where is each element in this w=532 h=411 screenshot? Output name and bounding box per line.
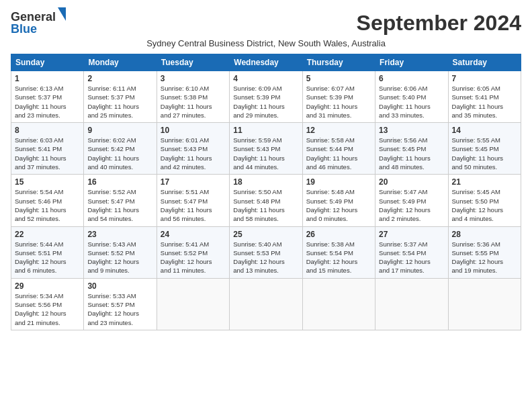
calendar-day-cell: 7Sunrise: 6:05 AM Sunset: 5:41 PM Daylig… (448, 71, 521, 123)
day-of-week-header: Thursday (302, 54, 375, 71)
calendar-week-row: 22Sunrise: 5:44 AM Sunset: 5:51 PM Dayli… (11, 226, 521, 278)
calendar-day-cell: 1Sunrise: 6:13 AM Sunset: 5:37 PM Daylig… (11, 71, 84, 123)
day-of-week-header: Friday (375, 54, 448, 71)
calendar-day-cell: 23Sunrise: 5:43 AM Sunset: 5:52 PM Dayli… (84, 226, 157, 278)
calendar-day-cell: 25Sunrise: 5:40 AM Sunset: 5:53 PM Dayli… (230, 226, 302, 278)
day-info: Sunrise: 5:58 AM Sunset: 5:44 PM Dayligh… (306, 136, 371, 171)
logo-triangle-icon (58, 7, 66, 21)
day-info: Sunrise: 5:50 AM Sunset: 5:48 PM Dayligh… (233, 187, 298, 223)
day-info: Sunrise: 5:55 AM Sunset: 5:45 PM Dayligh… (452, 136, 517, 171)
day-number: 23 (87, 230, 152, 239)
day-number: 26 (306, 230, 371, 239)
calendar-week-row: 8Sunrise: 6:03 AM Sunset: 5:41 PM Daylig… (11, 123, 521, 175)
day-info: Sunrise: 5:37 AM Sunset: 5:54 PM Dayligh… (379, 240, 444, 275)
calendar-day-cell: 6Sunrise: 6:06 AM Sunset: 5:40 PM Daylig… (375, 71, 448, 123)
day-info: Sunrise: 5:59 AM Sunset: 5:43 PM Dayligh… (233, 136, 298, 171)
day-info: Sunrise: 5:33 AM Sunset: 5:57 PM Dayligh… (87, 291, 152, 327)
calendar-day-cell (375, 278, 448, 330)
day-number: 9 (87, 126, 152, 135)
calendar-day-cell: 30Sunrise: 5:33 AM Sunset: 5:57 PM Dayli… (84, 278, 157, 330)
calendar-day-cell: 4Sunrise: 6:09 AM Sunset: 5:39 PM Daylig… (230, 71, 302, 123)
day-number: 3 (161, 74, 226, 83)
day-number: 30 (87, 281, 152, 291)
day-number: 2 (87, 74, 152, 83)
day-info: Sunrise: 6:03 AM Sunset: 5:41 PM Dayligh… (15, 136, 80, 171)
day-number: 4 (233, 74, 298, 83)
day-of-week-header: Monday (84, 54, 157, 71)
logo: General Blue (11, 11, 66, 35)
logo-blue-text: Blue (11, 23, 66, 35)
day-info: Sunrise: 5:43 AM Sunset: 5:52 PM Dayligh… (87, 240, 152, 275)
calendar-header: SundayMondayTuesdayWednesdayThursdayFrid… (11, 54, 521, 71)
calendar-day-cell: 16Sunrise: 5:52 AM Sunset: 5:47 PM Dayli… (84, 175, 157, 226)
day-info: Sunrise: 6:05 AM Sunset: 5:41 PM Dayligh… (452, 84, 517, 120)
day-number: 11 (233, 126, 298, 135)
calendar-table: SundayMondayTuesdayWednesdayThursdayFrid… (11, 54, 521, 330)
day-number: 29 (15, 281, 80, 291)
day-number: 13 (379, 126, 444, 135)
day-info: Sunrise: 5:47 AM Sunset: 5:49 PM Dayligh… (379, 187, 444, 223)
calendar-day-cell: 19Sunrise: 5:48 AM Sunset: 5:49 PM Dayli… (302, 175, 375, 226)
calendar-day-cell: 5Sunrise: 6:07 AM Sunset: 5:39 PM Daylig… (302, 71, 375, 123)
day-info: Sunrise: 5:44 AM Sunset: 5:51 PM Dayligh… (15, 240, 80, 275)
day-info: Sunrise: 5:51 AM Sunset: 5:47 PM Dayligh… (161, 187, 226, 223)
calendar-day-cell: 13Sunrise: 5:56 AM Sunset: 5:45 PM Dayli… (375, 123, 448, 175)
calendar-week-row: 29Sunrise: 5:34 AM Sunset: 5:56 PM Dayli… (11, 278, 521, 330)
calendar-day-cell: 29Sunrise: 5:34 AM Sunset: 5:56 PM Dayli… (11, 278, 84, 330)
calendar-day-cell: 3Sunrise: 6:10 AM Sunset: 5:38 PM Daylig… (157, 71, 229, 123)
calendar-day-cell: 20Sunrise: 5:47 AM Sunset: 5:49 PM Dayli… (375, 175, 448, 226)
calendar-day-cell: 11Sunrise: 5:59 AM Sunset: 5:43 PM Dayli… (230, 123, 302, 175)
day-number: 5 (306, 74, 371, 83)
day-number: 19 (306, 177, 371, 187)
calendar-day-cell: 24Sunrise: 5:41 AM Sunset: 5:52 PM Dayli… (157, 226, 229, 278)
day-number: 7 (452, 74, 517, 83)
calendar-week-row: 1Sunrise: 6:13 AM Sunset: 5:37 PM Daylig… (11, 71, 521, 123)
calendar-day-cell: 9Sunrise: 6:02 AM Sunset: 5:42 PM Daylig… (84, 123, 157, 175)
day-number: 17 (161, 177, 226, 187)
calendar-day-cell: 15Sunrise: 5:54 AM Sunset: 5:46 PM Dayli… (11, 175, 84, 226)
calendar-day-cell: 17Sunrise: 5:51 AM Sunset: 5:47 PM Dayli… (157, 175, 229, 226)
day-of-week-header: Saturday (448, 54, 521, 71)
day-info: Sunrise: 5:41 AM Sunset: 5:52 PM Dayligh… (161, 240, 226, 275)
calendar-day-cell (302, 278, 375, 330)
day-number: 24 (161, 230, 226, 239)
day-info: Sunrise: 5:54 AM Sunset: 5:46 PM Dayligh… (15, 187, 80, 223)
day-info: Sunrise: 6:10 AM Sunset: 5:38 PM Dayligh… (161, 84, 226, 120)
day-info: Sunrise: 6:09 AM Sunset: 5:39 PM Dayligh… (233, 84, 298, 120)
day-of-week-header: Sunday (11, 54, 84, 71)
calendar-day-cell: 2Sunrise: 6:11 AM Sunset: 5:37 PM Daylig… (84, 71, 157, 123)
day-info: Sunrise: 5:34 AM Sunset: 5:56 PM Dayligh… (15, 291, 80, 327)
day-number: 28 (452, 230, 517, 239)
day-info: Sunrise: 6:02 AM Sunset: 5:42 PM Dayligh… (87, 136, 152, 171)
day-number: 10 (161, 126, 226, 135)
calendar-day-cell (448, 278, 521, 330)
calendar-day-cell: 28Sunrise: 5:36 AM Sunset: 5:55 PM Dayli… (448, 226, 521, 278)
day-info: Sunrise: 6:07 AM Sunset: 5:39 PM Dayligh… (306, 84, 371, 120)
calendar-day-cell: 14Sunrise: 5:55 AM Sunset: 5:45 PM Dayli… (448, 123, 521, 175)
calendar-day-cell (230, 278, 302, 330)
day-info: Sunrise: 6:06 AM Sunset: 5:40 PM Dayligh… (379, 84, 444, 120)
day-of-week-header: Wednesday (230, 54, 302, 71)
day-info: Sunrise: 5:52 AM Sunset: 5:47 PM Dayligh… (87, 187, 152, 223)
day-number: 22 (15, 230, 80, 239)
day-info: Sunrise: 5:40 AM Sunset: 5:53 PM Dayligh… (233, 240, 298, 275)
page-header: General Blue September 2024 (11, 11, 521, 36)
calendar-day-cell (157, 278, 229, 330)
day-info: Sunrise: 5:45 AM Sunset: 5:50 PM Dayligh… (452, 187, 517, 223)
calendar-day-cell: 12Sunrise: 5:58 AM Sunset: 5:44 PM Dayli… (302, 123, 375, 175)
day-number: 1 (15, 74, 80, 83)
month-title: September 2024 (357, 11, 521, 36)
day-info: Sunrise: 5:48 AM Sunset: 5:49 PM Dayligh… (306, 187, 371, 223)
day-number: 15 (15, 177, 80, 187)
day-number: 21 (452, 177, 517, 187)
calendar-week-row: 15Sunrise: 5:54 AM Sunset: 5:46 PM Dayli… (11, 175, 521, 226)
days-of-week-row: SundayMondayTuesdayWednesdayThursdayFrid… (11, 54, 521, 71)
calendar-day-cell: 18Sunrise: 5:50 AM Sunset: 5:48 PM Dayli… (230, 175, 302, 226)
day-number: 20 (379, 177, 444, 187)
calendar-day-cell: 22Sunrise: 5:44 AM Sunset: 5:51 PM Dayli… (11, 226, 84, 278)
day-of-week-header: Tuesday (157, 54, 229, 71)
location-subtitle: Sydney Central Business District, New So… (11, 38, 521, 48)
day-info: Sunrise: 6:01 AM Sunset: 5:43 PM Dayligh… (161, 136, 226, 171)
day-info: Sunrise: 5:56 AM Sunset: 5:45 PM Dayligh… (379, 136, 444, 171)
day-number: 18 (233, 177, 298, 187)
